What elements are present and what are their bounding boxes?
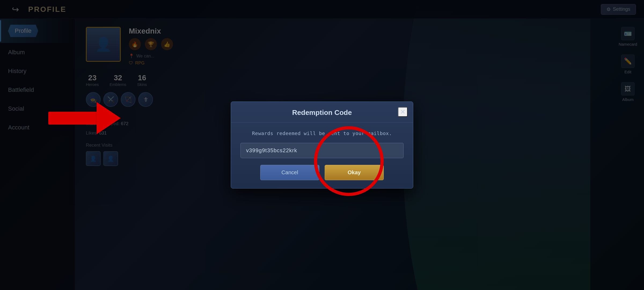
dialog-body: Rewards redeemed will be sent to your ma… xyxy=(231,122,413,188)
dialog-backdrop: Redemption Code ✕ Rewards redeemed will … xyxy=(0,0,644,290)
dialog-subtitle: Rewards redeemed will be sent to your ma… xyxy=(240,130,404,136)
redemption-code-input[interactable] xyxy=(240,143,404,158)
dialog-title: Redemption Code xyxy=(292,108,352,117)
close-icon: ✕ xyxy=(400,108,405,116)
redemption-dialog: Redemption Code ✕ Rewards redeemed will … xyxy=(231,102,413,189)
dialog-close-button[interactable]: ✕ xyxy=(398,107,408,117)
okay-button[interactable]: Okay xyxy=(325,165,384,180)
dialog-header: Redemption Code ✕ xyxy=(231,102,413,122)
cancel-button[interactable]: Cancel xyxy=(260,165,319,180)
dialog-buttons: Cancel Okay xyxy=(240,165,404,180)
arrow-annotation xyxy=(48,102,145,134)
